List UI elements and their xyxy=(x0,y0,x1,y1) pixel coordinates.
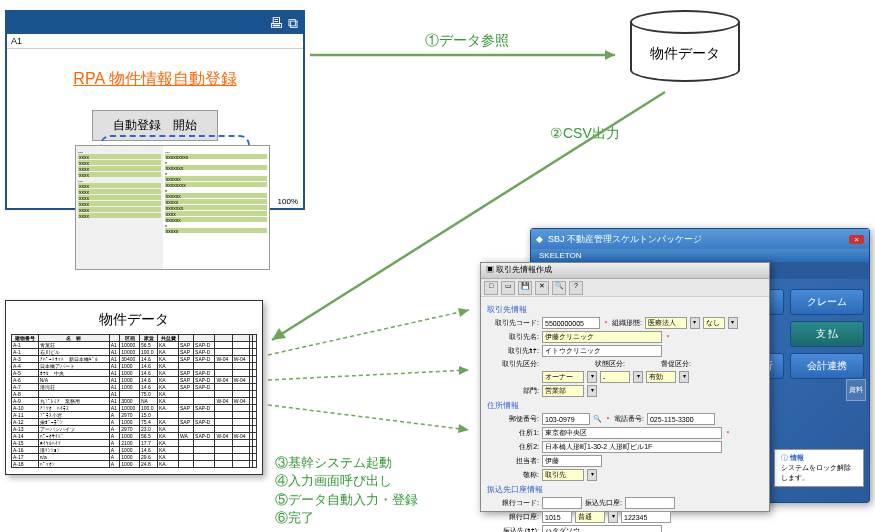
table-row: A-4日本橋アパートA1100014.6KA xyxy=(12,363,257,370)
tool-search-icon[interactable]: 🔍 xyxy=(552,281,566,295)
svg-marker-3 xyxy=(272,328,286,340)
table-row: A-13アーバンハイツA297023.0KA xyxy=(12,426,257,433)
tool-help-icon[interactable]: ? xyxy=(569,281,583,295)
svg-marker-7 xyxy=(459,366,469,375)
property-data-sheet: 物件データ 建物番号名 称区画家賃共益費 A-1青葉荘A11000056.5KA… xyxy=(5,300,263,475)
svg-line-4 xyxy=(268,310,469,355)
dropdown-icon[interactable]: ▾ xyxy=(608,511,618,523)
info-icon: ⓘ xyxy=(781,454,788,461)
table-row: A-10ｱﾌﾂｸ ﾊｲﾗｽA110000100.0KASAPSAP-D xyxy=(12,405,257,412)
svg-line-8 xyxy=(268,405,469,430)
client-class-select[interactable]: オーナー xyxy=(542,371,584,383)
table-row: A-12栄ｶﾞｰﾃﾞﾝA100075.4KASAPSAP-D xyxy=(12,419,257,426)
form-section-address: 住所情報 xyxy=(487,400,763,411)
postal-input[interactable]: 103-0979 xyxy=(542,413,590,425)
system-titlebar: ◆ SBJ 不動産管理スケルトンパッケージ × xyxy=(531,229,869,249)
table-row: A-7港湾荘A1100014.6KASAPSAP-D xyxy=(12,384,257,391)
system-subtitle: SKELETON xyxy=(531,249,869,262)
tool-open-icon[interactable]: ▭ xyxy=(501,281,515,295)
system-info-box: ⓘ 情報 システムをロック解除します。 xyxy=(774,449,864,487)
table-row: A-8A175.0KA xyxy=(12,391,257,398)
table-row: A-17n/aA100029.6KA xyxy=(12,454,257,461)
table-row: A-1青葉荘A11000056.5KASAPSAP-D xyxy=(12,342,257,349)
system-logo-icon: ◆ xyxy=(536,234,543,244)
transfer-input[interactable] xyxy=(625,497,675,509)
account-type-select[interactable]: 普通 xyxy=(575,511,605,523)
database-cylinder: 物件データ xyxy=(630,10,740,85)
dropdown-icon[interactable]: ▾ xyxy=(587,385,597,397)
notice-select[interactable]: 有効 xyxy=(646,371,676,383)
flow-label-2: ②CSV出力 xyxy=(550,125,620,143)
dropdown-icon[interactable]: ▾ xyxy=(633,371,643,383)
preview-icon: ⧉ xyxy=(288,15,298,32)
rpa-titlebar: 🖶 ⧉ xyxy=(7,12,303,34)
form-toolbar: □ ▭ 💾 ✕ 🔍 ? xyxy=(481,279,769,297)
org-suffix-select[interactable]: なし xyxy=(703,317,725,329)
table-row: A-14ﾊﾟｰｸｻｲﾄﾞA100056.5KAWASAP-DW-04W-04 xyxy=(12,433,257,440)
remark-input[interactable]: ハタダソウ xyxy=(542,525,662,532)
table-row: A-3ｱﾊﾟｰﾄﾈｯﾄ・新日本橋ﾋﾞﾙA13040014.6KASAPSAP-D… xyxy=(12,356,257,363)
table-row: A-16港ﾏﾝｼｮﾝA100014.6KA xyxy=(12,447,257,454)
status-select[interactable]: - xyxy=(600,371,630,383)
database-label: 物件データ xyxy=(650,45,720,63)
bank-code-input[interactable] xyxy=(542,497,582,509)
table-row: A-6N/AA1100014.6KASAPSAP-DW-04W-04 xyxy=(12,377,257,384)
dropdown-icon[interactable]: ▾ xyxy=(728,317,738,329)
client-name-input[interactable]: 伊藤クリニック xyxy=(542,331,662,343)
flow-steps-list: ③基幹システム起動 ④入力画面呼び出し ⑤データ自動入力・登録 ⑥完了 xyxy=(275,454,418,527)
table-row: A-1石川ビルA110000100.0KASAPSAP-D xyxy=(12,349,257,356)
svg-line-6 xyxy=(268,370,469,380)
table-row: A-18ﾊﾟｯｸﾝA100024.8KA xyxy=(12,461,257,468)
table-row: A-9丸ﾌﾟﾚﾐｱ 業務用A13000NAKAW-04W-04 xyxy=(12,398,257,405)
payment-button[interactable]: 支 払 xyxy=(790,321,864,347)
dept-select[interactable]: 営業部 xyxy=(542,385,584,397)
client-kana-input[interactable]: イトウクリニック xyxy=(542,345,662,357)
form-titlebar: ▣ 取引先情報作成 xyxy=(481,263,769,279)
flow-label-1: ①データ参照 xyxy=(425,32,509,50)
form-section-client: 取引先情報 xyxy=(487,304,763,315)
dropdown-icon[interactable]: ▾ xyxy=(690,317,700,329)
table-row: A-11ﾌﾟﾗｽ小岩A297015.0 xyxy=(12,412,257,419)
client-form-dialog: ▣ 取引先情報作成 □ ▭ 💾 ✕ 🔍 ? 取引先情報 取引先コード: 5500… xyxy=(480,262,770,512)
svg-marker-1 xyxy=(605,50,615,60)
svg-marker-9 xyxy=(458,424,469,433)
close-icon[interactable]: × xyxy=(849,235,864,244)
print-icon: 🖶 xyxy=(269,15,283,31)
tool-new-icon[interactable]: □ xyxy=(484,281,498,295)
client-code-input[interactable]: 5500000005 xyxy=(542,317,600,329)
org-type-select[interactable]: 医療法人 xyxy=(645,317,687,329)
form-section-bank: 振込先口座情報 xyxy=(487,484,763,495)
table-row: A-5ｶﾜｾ・中央A1100014.6KASAPSAP-D xyxy=(12,370,257,377)
accounting-button[interactable]: 会計連携 xyxy=(790,353,864,379)
data-table-title: 物件データ xyxy=(11,306,257,334)
property-table: 建物番号名 称区画家賃共益費 A-1青葉荘A11000056.5KASAPSAP… xyxy=(11,334,257,468)
table-row: A-15ﾛｲﾔﾙﾊｲﾂA210017.7KA xyxy=(12,440,257,447)
dropdown-icon[interactable]: ▾ xyxy=(587,469,597,481)
cell-reference: A1 xyxy=(7,34,303,49)
account-kana-input[interactable]: 1015 xyxy=(542,511,572,523)
form-window-icon: ▣ xyxy=(486,265,494,274)
code-preview-window: ---xxxxxxxx xxxxxxxx--- xxxxxxxxxxxx xxx… xyxy=(75,145,270,270)
system-title: SBJ 不動産管理スケルトンパッケージ xyxy=(548,233,702,246)
title-select[interactable]: 取引先 xyxy=(542,469,584,481)
claim-button[interactable]: クレーム xyxy=(790,289,864,315)
tool-del-icon[interactable]: ✕ xyxy=(535,281,549,295)
system-sidebar-label: 資料 xyxy=(846,379,866,401)
tel-input[interactable]: 025-115-3300 xyxy=(647,413,715,425)
search-icon[interactable]: 🔍 xyxy=(593,415,602,423)
person-input[interactable]: 伊藤 xyxy=(542,455,602,467)
dropdown-icon[interactable]: ▾ xyxy=(679,371,689,383)
dropdown-icon[interactable]: ▾ xyxy=(587,371,597,383)
account-no-input[interactable]: 122345 xyxy=(621,511,671,523)
tool-save-icon[interactable]: 💾 xyxy=(518,281,532,295)
zoom-level: 100% xyxy=(278,197,298,206)
addr2-input[interactable]: 日本橋人形町1-30-2 人形町ビル1F xyxy=(542,441,722,453)
svg-marker-5 xyxy=(458,308,469,317)
addr1-input[interactable]: 東京都中央区 xyxy=(542,427,722,439)
rpa-title: RPA 物件情報自動登録 xyxy=(7,49,303,100)
